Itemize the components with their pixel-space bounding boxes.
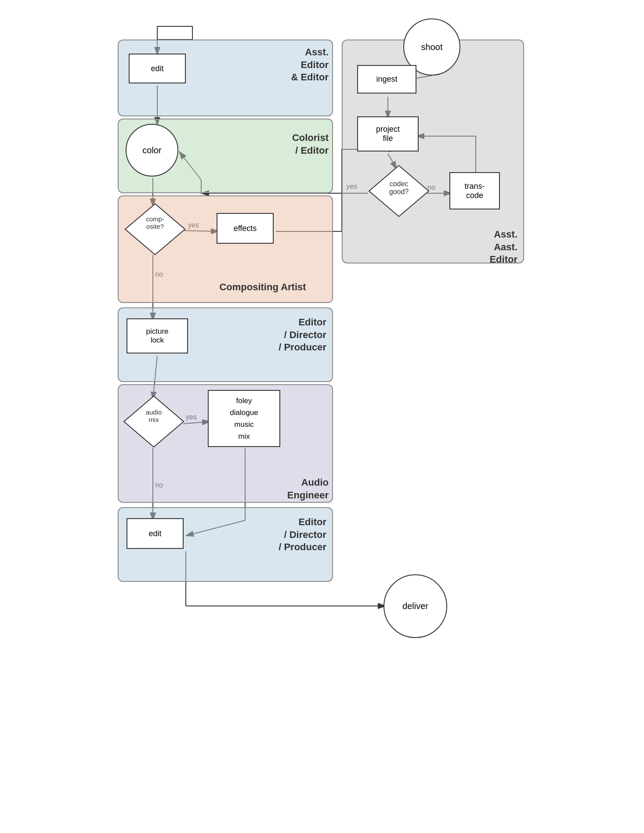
region-editor-director-2-label: Editor/ Director/ Producer (210, 516, 326, 554)
region-editor-director-1-label: Editor/ Director/ Producer (210, 316, 326, 354)
diagram-container: yes no yes no yes no (113, 13, 531, 817)
deliver-node: deliver (384, 574, 447, 638)
color-node: color (126, 124, 178, 177)
project-file-node: projectfile (357, 116, 419, 151)
audio-mix-node: audiomix (123, 395, 185, 448)
region-asst-editor-label: Asst.Editor& Editor (245, 46, 329, 84)
svg-marker-21 (125, 204, 185, 255)
ingest-node: ingest (357, 65, 416, 94)
region-compositing-label: Compositing Artist (197, 281, 329, 294)
svg-marker-20 (369, 166, 429, 216)
transcode-node: trans-code (449, 172, 500, 209)
composite-node: comp-osite? (124, 203, 186, 256)
codec-good-node: codecgood? (368, 165, 430, 217)
region-audio-engineer-label: AudioEngineer (254, 476, 329, 501)
effects-node: effects (217, 213, 274, 244)
picture-lock-node: picturelock (127, 318, 188, 353)
edit1-node: edit (129, 54, 186, 83)
foley-node: foleydialoguemusicmix (208, 390, 280, 447)
region-asst-aast-editor-label: Asst.Aast.Editor (430, 228, 517, 266)
svg-marker-22 (124, 396, 184, 447)
region-colorist-label: Colorist/ Editor (241, 132, 329, 157)
edit2-node: edit (127, 518, 184, 549)
